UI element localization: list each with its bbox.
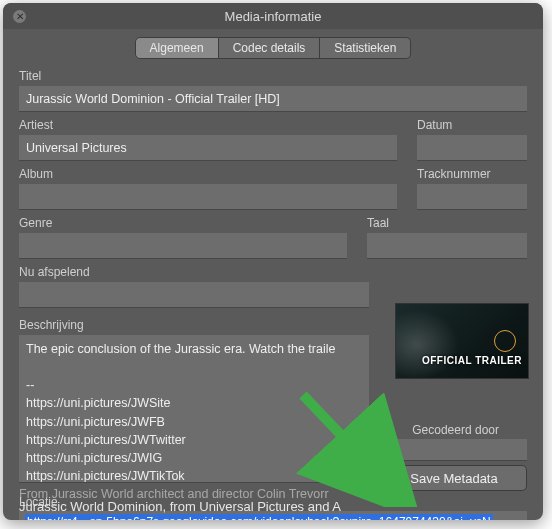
tab-bar: Algemeen Codec details Statistieken — [3, 29, 543, 65]
video-thumbnail[interactable]: OFFICIAL TRAILER — [395, 303, 529, 379]
language-field[interactable] — [367, 233, 527, 259]
thumbnail-overlay-text: OFFICIAL TRAILER — [422, 355, 522, 366]
general-panel: Titel Artiest Datum Album Tracknummer — [3, 65, 543, 520]
label-encodedby: Gecodeerd door — [412, 423, 499, 437]
label-genre: Genre — [19, 216, 347, 230]
artist-field[interactable] — [19, 135, 397, 161]
window-title: Media-informatie — [3, 9, 543, 24]
description-field[interactable] — [19, 335, 369, 483]
title-field[interactable] — [19, 86, 527, 112]
close-button[interactable]: ✕ — [13, 10, 26, 23]
trackno-field[interactable] — [417, 184, 527, 210]
label-nowplaying: Nu afspelend — [19, 265, 527, 279]
tab-general[interactable]: Algemeen — [135, 37, 219, 59]
thumbnail-art — [396, 304, 466, 378]
label-date: Datum — [417, 118, 527, 132]
jurassic-logo-icon — [494, 330, 516, 352]
date-field[interactable] — [417, 135, 527, 161]
description-continued-text: Jurassic World Dominion, from Universal … — [19, 499, 341, 514]
tab-codec-details[interactable]: Codec details — [219, 37, 321, 59]
label-album: Album — [19, 167, 397, 181]
media-info-window: ✕ Media-informatie Algemeen Codec detail… — [3, 3, 543, 520]
encodedby-field[interactable] — [381, 439, 527, 461]
titlebar: ✕ Media-informatie — [3, 3, 543, 29]
tab-statistics[interactable]: Statistieken — [320, 37, 411, 59]
save-metadata-button[interactable]: Save Metadata — [381, 465, 527, 491]
location-value: https://rr4---sn-5hne6n7s.googlevideo.co… — [25, 514, 493, 520]
label-title: Titel — [19, 69, 527, 83]
genre-field[interactable] — [19, 233, 347, 259]
label-trackno: Tracknummer — [417, 167, 527, 181]
label-language: Taal — [367, 216, 527, 230]
label-artist: Artiest — [19, 118, 397, 132]
label-description: Beschrijving — [19, 318, 369, 332]
nowplaying-field[interactable] — [19, 282, 369, 308]
album-field[interactable] — [19, 184, 397, 210]
